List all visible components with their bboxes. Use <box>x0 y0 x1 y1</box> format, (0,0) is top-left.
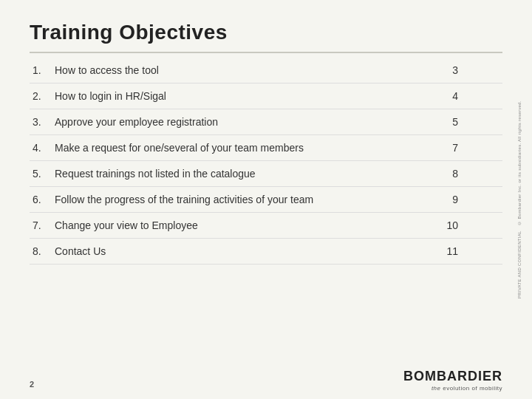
toc-item-page: 4 <box>443 83 502 109</box>
sidebar-confidential-text: PRIVATE AND CONFIDENTIAL © Bombardier In… <box>517 59 528 340</box>
toc-item-number: 7. <box>30 213 52 239</box>
toc-row: 8.Contact Us11 <box>30 239 502 265</box>
toc-item-label: Contact Us <box>52 239 443 265</box>
toc-row: 3.Approve your employee registration5 <box>30 109 502 135</box>
toc-item-label: Make a request for one/several of your t… <box>52 135 443 161</box>
toc-item-page: 11 <box>443 239 502 265</box>
toc-item-label: Approve your employee registration <box>52 109 443 135</box>
toc-item-number: 1. <box>30 58 52 83</box>
toc-item-number: 2. <box>30 83 52 109</box>
page: Training Objectives 1.How to access the … <box>0 0 532 399</box>
toc-item-page: 7 <box>443 135 502 161</box>
toc-item-page: 5 <box>443 109 502 135</box>
toc-item-number: 4. <box>30 135 52 161</box>
toc-item-label: Follow the progress of the training acti… <box>52 187 443 213</box>
toc-item-page: 8 <box>443 161 502 187</box>
divider <box>30 52 502 53</box>
toc-item-page: 10 <box>443 213 502 239</box>
toc-row: 7.Change your view to Employee10 <box>30 213 502 239</box>
toc-item-number: 8. <box>30 239 52 265</box>
toc-item-label: How to access the tool <box>52 58 443 83</box>
toc-item-number: 3. <box>30 109 52 135</box>
toc-item-number: 5. <box>30 161 52 187</box>
toc-row: 1.How to access the tool3 <box>30 58 502 83</box>
toc-item-label: Change your view to Employee <box>52 213 443 239</box>
toc-item-page: 9 <box>443 187 502 213</box>
toc-row: 2.How to login in HR/Sigal4 <box>30 83 502 109</box>
toc-item-label: How to login in HR/Sigal <box>52 83 443 109</box>
toc-item-page: 3 <box>443 58 502 83</box>
page-title: Training Objectives <box>30 21 502 44</box>
toc-row: 4.Make a request for one/several of your… <box>30 135 502 161</box>
toc-item-number: 6. <box>30 187 52 213</box>
toc-item-label: Request trainings not listed in the cata… <box>52 161 443 187</box>
bombardier-tagline: the evolution of mobility <box>432 385 502 392</box>
toc-table: 1.How to access the tool32.How to login … <box>30 58 502 265</box>
footer-page-number: 2 <box>30 380 34 389</box>
toc-row: 6.Follow the progress of the training ac… <box>30 187 502 213</box>
bombardier-name: BOMBARDIER <box>403 369 502 384</box>
bombardier-logo: BOMBARDIER the evolution of mobility <box>403 369 502 392</box>
toc-row: 5.Request trainings not listed in the ca… <box>30 161 502 187</box>
